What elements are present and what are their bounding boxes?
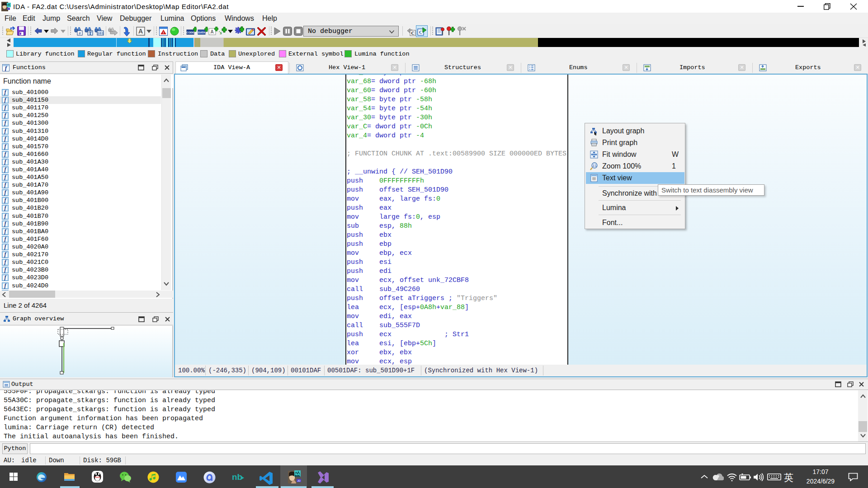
svg-text:1:1: 1:1 <box>592 164 596 167</box>
svg-text:101: 101 <box>97 31 104 35</box>
svg-text:C: C <box>411 31 414 36</box>
svg-text:C: C <box>419 30 422 35</box>
svg-text:DATA: DATA <box>198 31 205 34</box>
svg-text:JD: JD <box>297 479 301 482</box>
svg-text:CODE: CODE <box>186 31 194 34</box>
svg-text:#: # <box>79 32 81 36</box>
svg-text:nb: nb <box>232 473 242 482</box>
svg-text:A: A <box>138 28 143 35</box>
svg-text:A: A <box>210 29 213 34</box>
svg-text:'s: 's <box>218 30 222 35</box>
svg-text:T: T <box>89 31 92 36</box>
svg-text:!: ! <box>163 31 164 34</box>
